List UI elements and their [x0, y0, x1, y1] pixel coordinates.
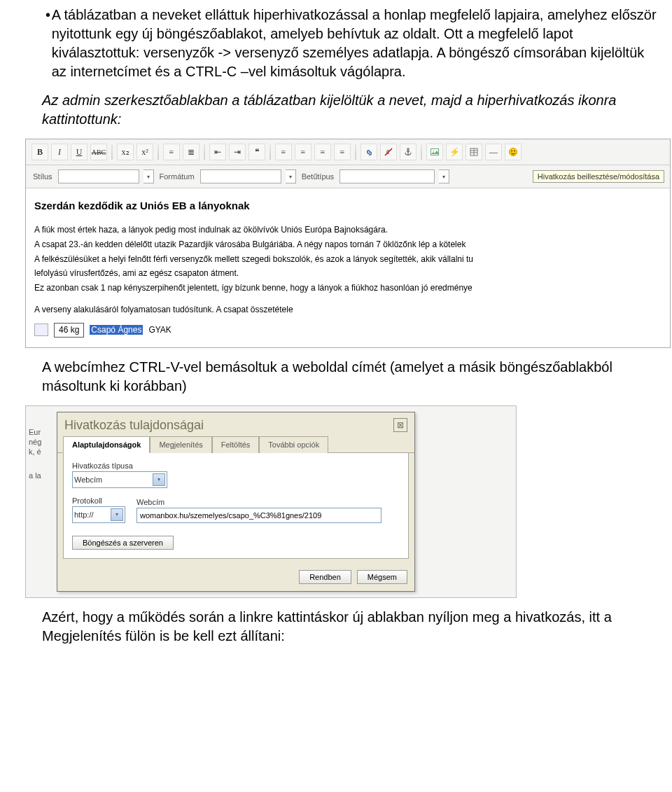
chevron-down-icon[interactable]: ▾: [286, 169, 296, 183]
smiley-icon[interactable]: [505, 144, 522, 160]
dialog-title: Hivatkozás tulajdonságai: [64, 418, 204, 433]
indent-button[interactable]: ⇥: [229, 144, 246, 160]
weight-cell: 46 kg: [54, 323, 84, 338]
toolbar-separator: [111, 144, 113, 160]
italic-button[interactable]: I: [51, 144, 68, 160]
background-text-fragments: Eur nég k, é a la: [29, 427, 57, 481]
align-left-button[interactable]: ≡: [275, 144, 292, 160]
tab-display[interactable]: Megjelenítés: [150, 436, 211, 453]
underline-button[interactable]: U: [71, 144, 88, 160]
svg-point-1: [407, 148, 410, 151]
unlink-icon[interactable]: [380, 144, 397, 160]
toolbar-separator: [421, 144, 422, 160]
browse-server-button[interactable]: Böngészés a szerveren: [72, 536, 174, 550]
article-p1: A fiúk most értek haza, a lányok pedig m…: [34, 224, 662, 236]
link-type-value: Webcím: [74, 475, 102, 484]
tab-more[interactable]: További opciók: [259, 436, 328, 453]
svg-point-10: [510, 148, 517, 156]
article-heading: Szerdán kezdődik az Uniós EB a lányoknak: [34, 198, 662, 213]
outdent-button[interactable]: ⇤: [209, 144, 226, 160]
tab-basic[interactable]: Alaptulajdonságok: [63, 436, 150, 453]
editor-toolbar-row2: Stílus ▾ Formátum ▾ Betűtípus ▾ Hivatkoz…: [26, 165, 670, 188]
superscript-button[interactable]: x²: [136, 144, 153, 160]
link-tooltip: Hivatkozás beillesztése/módosítása: [533, 170, 664, 183]
article-p4: lefolyású vírusfertőzés, ami az egész cs…: [34, 268, 662, 279]
table-row: 46 kg Csapó Ágnes GYAK: [34, 323, 662, 338]
bullet-point: •: [42, 6, 52, 81]
url-input[interactable]: [136, 508, 382, 523]
style-select[interactable]: [58, 169, 139, 183]
link-icon[interactable]: [360, 144, 377, 160]
anchor-icon[interactable]: [400, 144, 416, 160]
format-label: Formátum: [158, 172, 196, 181]
tab-upload[interactable]: Feltöltés: [212, 436, 260, 453]
toolbar-separator: [158, 144, 159, 160]
link-properties-dialog: Hivatkozás tulajdonságai ⊠ Alaptulajdons…: [57, 412, 415, 592]
protocol-value: http://: [74, 510, 94, 519]
close-icon[interactable]: ⊠: [393, 418, 407, 432]
align-justify-button[interactable]: ≡: [334, 144, 351, 160]
chevron-down-icon[interactable]: ▾: [144, 169, 154, 183]
editor-screenshot: B I U ABC x₂ x² ≡ ≣ ⇤ ⇥ ❝ ≡ ≡ ≡ ≡ ⚡: [25, 139, 671, 348]
format-select[interactable]: [200, 169, 281, 183]
editor-toolbar-row1: B I U ABC x₂ x² ≡ ≣ ⇤ ⇥ ❝ ≡ ≡ ≡ ≡ ⚡: [26, 139, 670, 165]
after-name-text: GYAK: [148, 324, 171, 336]
selected-name[interactable]: Csapó Ágnes: [90, 325, 143, 335]
svg-point-5: [433, 151, 434, 152]
article-p5: Ez azonban csak 1 nap kényszerpihenőt je…: [34, 282, 662, 294]
intro-paragraph: A táblázatban a neveket elláttuk hiperhi…: [52, 6, 658, 81]
protocol-select[interactable]: http:// ▾: [72, 506, 125, 523]
svg-point-12: [514, 151, 515, 152]
chevron-down-icon[interactable]: ▾: [153, 473, 165, 486]
style-label: Stílus: [31, 172, 54, 181]
font-select[interactable]: [340, 169, 435, 183]
hr-icon[interactable]: —: [485, 144, 502, 160]
list-number-button[interactable]: ≣: [183, 144, 200, 160]
toolbar-separator: [204, 144, 205, 160]
subscript-button[interactable]: x₂: [117, 144, 134, 160]
toolbar-separator: [355, 144, 356, 160]
table-icon[interactable]: [465, 144, 482, 160]
chevron-down-icon[interactable]: ▾: [439, 169, 449, 183]
strikethrough-button[interactable]: ABC: [90, 144, 107, 160]
admin-note-paragraph: Az admin szerkesztőablakban a táblázatba…: [42, 91, 658, 129]
align-center-button[interactable]: ≡: [295, 144, 312, 160]
ok-button[interactable]: Rendben: [299, 570, 351, 584]
toolbar-separator: [270, 144, 271, 160]
link-type-select[interactable]: Webcím ▾: [72, 471, 167, 488]
svg-line-0: [385, 148, 392, 155]
font-label: Betűtípus: [300, 172, 335, 181]
article-p2: A csapat 23.-án kedden délelőtt utazik P…: [34, 239, 662, 251]
quote-button[interactable]: ❝: [248, 144, 265, 160]
dialog-screenshot: Eur nég k, é a la Hivatkozás tulajdonság…: [25, 405, 517, 598]
dialog-tabs: Alaptulajdonságok Megjelenítés Feltöltés…: [57, 436, 414, 453]
align-right-button[interactable]: ≡: [314, 144, 331, 160]
dialog-body: Hivatkozás típusa Webcím ▾ Protokoll htt…: [63, 453, 409, 559]
url-label: Webcím: [136, 498, 400, 506]
svg-point-11: [511, 151, 512, 152]
chevron-down-icon[interactable]: ▾: [111, 508, 123, 521]
link-type-label: Hivatkozás típusa: [72, 461, 400, 470]
thumbnail-icon: [34, 324, 48, 336]
article-p6: A verseny alakulásáról folyamatosan tudó…: [34, 304, 662, 316]
flash-icon[interactable]: ⚡: [446, 144, 463, 160]
mid-paragraph: A webcímhez CTRL-V-vel bemásoltuk a webo…: [42, 358, 658, 396]
list-bullet-button[interactable]: ≡: [163, 144, 180, 160]
bold-button[interactable]: B: [31, 144, 48, 160]
cancel-button[interactable]: Mégsem: [357, 570, 407, 584]
editor-content-area[interactable]: Szerdán kezdődik az Uniós EB a lányoknak…: [26, 188, 670, 347]
protocol-label: Protokoll: [72, 496, 125, 505]
image-icon[interactable]: [426, 144, 443, 160]
article-p3: A felkészülésüket a helyi felnőtt férfi …: [34, 253, 662, 265]
outro-paragraph: Azért, hogy a működés során a linkre kat…: [42, 608, 658, 646]
